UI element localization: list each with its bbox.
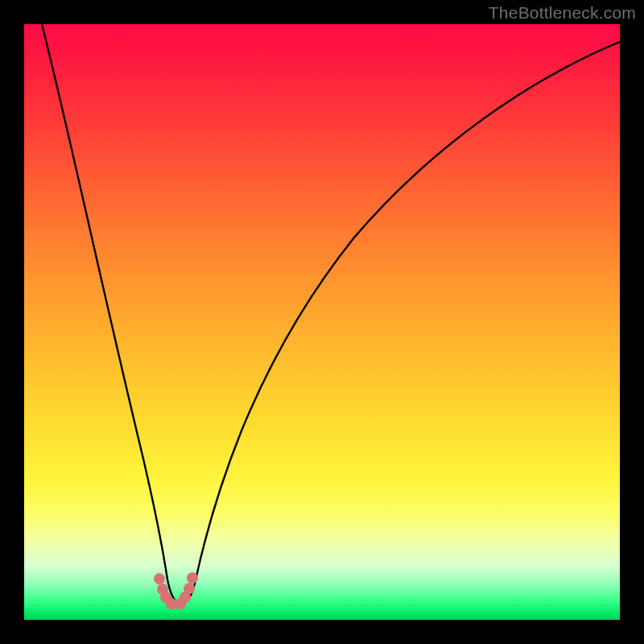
- valley-marker: [184, 583, 195, 594]
- bottleneck-curve: [42, 24, 620, 604]
- plot-area: [24, 24, 620, 620]
- curve-layer: [24, 24, 620, 620]
- chart-frame: TheBottleneck.com: [0, 0, 644, 644]
- valley-marker-group: [154, 572, 198, 609]
- valley-marker: [154, 573, 165, 584]
- valley-marker: [187, 572, 198, 584]
- watermark-text: TheBottleneck.com: [489, 3, 636, 23]
